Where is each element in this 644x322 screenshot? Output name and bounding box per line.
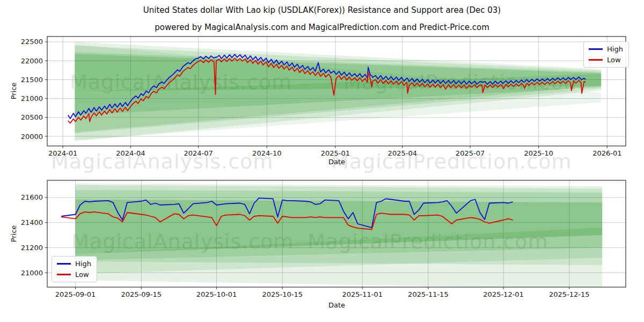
figure-title: United States dollar With Lao kip (USDLA… (0, 5, 644, 15)
high-line-swatch (589, 48, 603, 50)
x-tick-label: 2025-10-01 (196, 290, 237, 298)
y-tick-label: 21400 (21, 218, 43, 226)
legend-top-chart: High Low (583, 41, 629, 68)
x-tick-label: 2025-12-15 (549, 290, 590, 298)
x-tick-label: 2024-10 (252, 149, 281, 157)
y-tick-label: 21000 (21, 269, 43, 277)
high-line-swatch (57, 263, 71, 265)
low-line-swatch (589, 59, 603, 61)
y-tick-label: 21200 (21, 244, 43, 252)
x-tick-label: 2025-09-01 (55, 290, 96, 298)
y-axis-label-top: Price (10, 75, 18, 107)
x-axis-label-top: Date (328, 158, 345, 166)
figure: MagicalAnalysis.com MagicalPrediction.co… (0, 0, 644, 322)
legend-label-high: High (607, 46, 623, 53)
x-tick-label: 2025-07 (456, 149, 485, 157)
x-tick-label: 2024-01 (48, 149, 77, 157)
y-tick-label: 21600 (21, 193, 43, 201)
legend-label-high: High (75, 260, 91, 267)
y-tick-label: 20500 (21, 113, 43, 121)
legend-item-low: Low (589, 56, 623, 63)
x-tick-label: 2024-07 (184, 149, 213, 157)
x-axis-label-bottom: Date (328, 301, 345, 309)
legend-item-low: Low (57, 271, 91, 278)
figure-subtitle: powered by MagicalAnalysis.com and Magic… (0, 23, 644, 32)
low-line-swatch (57, 274, 71, 275)
legend-label-low: Low (607, 56, 621, 63)
legend-item-high: High (589, 46, 623, 53)
x-tick-label: 2025-10-15 (262, 290, 303, 298)
x-tick-label: 2024-04 (116, 149, 145, 157)
y-tick-label: 22500 (21, 38, 43, 46)
y-axis-label-bottom: Price (10, 218, 18, 250)
y-tick-label: 21500 (21, 76, 43, 84)
plot-usdlak-recent-forecast: 2025-09-012025-09-152025-10-012025-10-15… (21, 180, 626, 298)
legend-label-low: Low (75, 271, 89, 278)
x-tick-label: 2025-11-15 (408, 290, 449, 298)
x-tick-label: 2025-10 (524, 149, 553, 157)
legend-bottom-chart: High Low (52, 256, 97, 282)
plot-usdlak-history-2024-2026: 2024-012024-042024-072024-102025-012025-… (21, 36, 626, 157)
x-tick-label: 2025-01 (321, 149, 350, 157)
x-tick-label: 2025-09-15 (121, 290, 162, 298)
y-tick-label: 21000 (21, 94, 43, 103)
x-tick-label: 2025-04 (388, 149, 417, 157)
x-tick-label: 2026-01 (592, 149, 621, 157)
x-tick-label: 2025-12-01 (483, 290, 524, 298)
legend-item-high: High (57, 260, 91, 267)
band-group (76, 184, 603, 289)
y-tick-label: 22000 (21, 57, 43, 65)
y-tick-label: 20000 (21, 133, 43, 141)
x-tick-label: 2025-11-01 (342, 290, 383, 298)
